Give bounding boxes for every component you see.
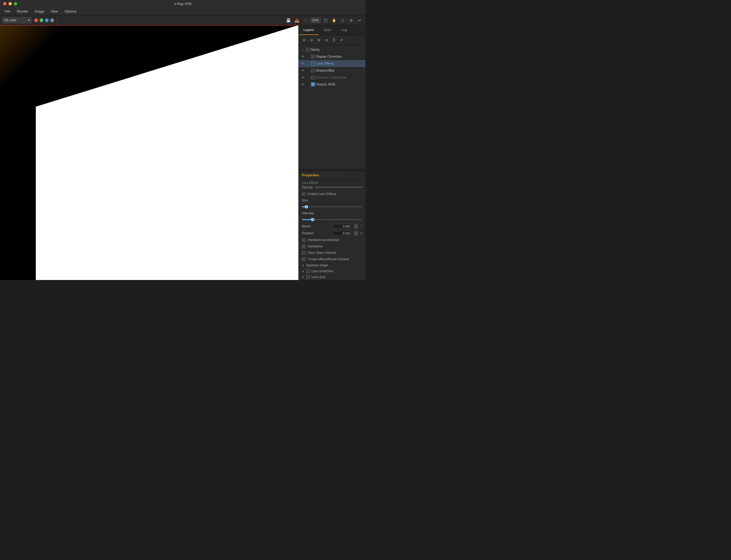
add-layer-icon[interactable]: ⊕ [301, 37, 307, 43]
main-layout: Layers Stats Log ⊕ ⧉ ⊞ ⊟ ☰ ↺ ✏ Stamp 👁 [0, 25, 366, 280]
save-glare-checkbox[interactable] [302, 251, 305, 255]
bloom-down[interactable]: ▼ [354, 226, 358, 229]
menu-image[interactable]: Image [32, 8, 47, 14]
size-slider-thumb[interactable] [305, 205, 308, 208]
lens-scratches-section[interactable]: ▼ Lens scratches [299, 268, 366, 274]
edit-icon-lens-effects [306, 62, 310, 65]
tab-layers[interactable]: Layers [299, 25, 319, 35]
lens-dust-section[interactable]: ▼ Lens dust [299, 274, 366, 280]
menu-render[interactable]: Render [14, 8, 31, 14]
lens-dust-checkbox[interactable] [306, 275, 310, 279]
traffic-lights [3, 2, 17, 5]
checkbox-display-correction[interactable] [311, 55, 315, 59]
minimize-button[interactable] [9, 2, 12, 5]
toolbar-icons: 💾 📤 ⬚ 50% ⬛ ✋ ⬡ ⚙ ↩ [285, 17, 363, 24]
panel-resize-handle[interactable]: · · · · · · · · · · [299, 169, 366, 171]
lens-scratches-checkbox[interactable] [306, 269, 310, 273]
crop-icon[interactable]: ⬡ [339, 17, 346, 24]
checkbox-denoiser[interactable] [311, 76, 315, 79]
enable-lens-effects-row: Enable Lens Effects [299, 191, 366, 197]
settings-icon[interactable]: ⚙ [347, 17, 355, 24]
edit-icon-source-rgb [306, 83, 310, 86]
rotation-row: Rotation 0.000 ▲ ▼ S [299, 230, 366, 237]
edit-icon-denoiser [306, 76, 310, 79]
vis-icon-sharpen-blur[interactable]: 👁 [301, 68, 305, 73]
channel-select[interactable]: GB color ▾ [2, 17, 32, 23]
vis-icon-lens-effects[interactable]: 👁 [301, 61, 305, 66]
window-title: V-Ray VFB [174, 2, 191, 6]
vis-icon-display-correction[interactable]: 👁 [301, 55, 305, 59]
menu-file[interactable]: File [2, 8, 13, 14]
lens-dust-label: Lens dust [311, 275, 325, 279]
vis-icon-denoiser[interactable]: 👁 [301, 75, 305, 80]
aperture-shape-section[interactable]: ▼ Aperture shape [299, 262, 366, 268]
opacity-slider[interactable] [315, 187, 362, 188]
checkbox-stamp[interactable] [305, 48, 309, 52]
intensity-slider-row [299, 216, 366, 223]
maximize-button[interactable] [14, 2, 17, 5]
enable-lens-effects-checkbox[interactable] [302, 192, 305, 196]
layer-name-sharpen-blur: Sharpen/Blur [316, 69, 363, 72]
bloom-value: 0.400 [343, 225, 350, 228]
zoom-level[interactable]: 50% [310, 18, 320, 23]
rotation-down[interactable]: ▼ [354, 233, 358, 236]
layer-item-source-rgb[interactable]: 👁 🖼 Source: RGB [299, 81, 366, 88]
hardware-accelerated-row: Hardware accelerated [299, 237, 366, 243]
merge-layer-icon[interactable]: ⊞ [316, 37, 322, 43]
red-channel-dot[interactable] [34, 18, 38, 22]
panel-tabs: Layers Stats Log [299, 25, 366, 35]
intensity-slider[interactable] [302, 219, 362, 220]
rotation-up[interactable]: ▲ [354, 231, 358, 233]
tab-stats[interactable]: Stats [319, 25, 336, 35]
layer-item-stamp[interactable]: ✏ Stamp [299, 46, 366, 53]
aperture-collapse-icon: ▼ [302, 264, 304, 267]
bloom-label: Bloom [302, 224, 330, 228]
viewport[interactable] [0, 25, 299, 280]
duplicate-layer-icon[interactable]: ⧉ [308, 37, 315, 43]
color-dots [34, 18, 54, 22]
flatten-layer-icon[interactable]: ⊟ [323, 37, 330, 43]
rotation-input[interactable]: 0.000 [332, 231, 351, 236]
interactive-checkbox[interactable] [302, 244, 305, 248]
list-icon[interactable]: ☰ [331, 37, 337, 43]
bloom-spinners: ▲ ▼ [354, 224, 358, 229]
rotation-value: 0.000 [342, 232, 350, 235]
layer-name-source-rgb: Source: RGB [316, 83, 363, 86]
size-slider-fill [302, 206, 305, 207]
layer-item-sharpen-blur[interactable]: 👁 Sharpen/Blur [299, 67, 366, 74]
vis-icon-source-rgb[interactable]: 👁 [301, 82, 305, 87]
reset-icon[interactable]: ↺ [338, 37, 344, 43]
layer-item-display-correction[interactable]: 👁 Display Correction [299, 53, 366, 60]
bloom-up[interactable]: ▲ [354, 224, 358, 226]
hardware-accelerated-checkbox[interactable] [302, 238, 305, 242]
undo-icon[interactable]: ↩ [356, 17, 363, 24]
bloom-input[interactable]: 0.400 [332, 224, 351, 229]
lens-dust-collapse-icon: ▼ [302, 276, 304, 279]
green-channel-dot[interactable] [40, 18, 43, 22]
layer-toolbar: ⊕ ⧉ ⊞ ⊟ ☰ ↺ [299, 35, 366, 45]
pan-icon[interactable]: ✋ [330, 17, 338, 24]
create-effects-label: Create effectsResult channel [308, 257, 362, 261]
checkbox-sharpen-blur[interactable] [311, 69, 315, 72]
layer-item-denoiser[interactable]: 👁 Denoiser: unavailable [299, 74, 366, 81]
export-icon[interactable]: 📤 [293, 17, 301, 24]
layer-item-lens-effects[interactable]: 👁 + Lens Effects [299, 60, 366, 67]
toolbar: GB color ▾ 💾 📤 ⬚ 50% ⬛ ✋ ⬡ ⚙ ↩ [0, 15, 366, 25]
intensity-slider-thumb[interactable] [311, 218, 314, 221]
blue-channel-dot[interactable] [45, 18, 49, 22]
select-icon[interactable]: ⬚ [302, 17, 309, 24]
channel-dropdown-icon: ▾ [28, 18, 30, 22]
tab-log[interactable]: Log [336, 25, 352, 35]
title-bar: V-Ray VFB [0, 0, 366, 7]
menu-view[interactable]: View [48, 8, 61, 14]
zoom-fit-icon[interactable]: ⬛ [322, 17, 329, 24]
size-slider[interactable] [302, 206, 362, 207]
aperture-shape-label: Aperture shape [306, 263, 328, 267]
menu-options[interactable]: Options [62, 8, 79, 14]
save-icon[interactable]: 💾 [285, 17, 292, 24]
close-button[interactable] [3, 2, 6, 5]
create-effects-checkbox[interactable] [302, 257, 305, 261]
alpha-channel-dot[interactable] [50, 18, 54, 22]
right-panel: Layers Stats Log ⊕ ⧉ ⊞ ⊟ ☰ ↺ ✏ Stamp 👁 [299, 25, 366, 280]
channel-value: GB color [4, 18, 17, 22]
